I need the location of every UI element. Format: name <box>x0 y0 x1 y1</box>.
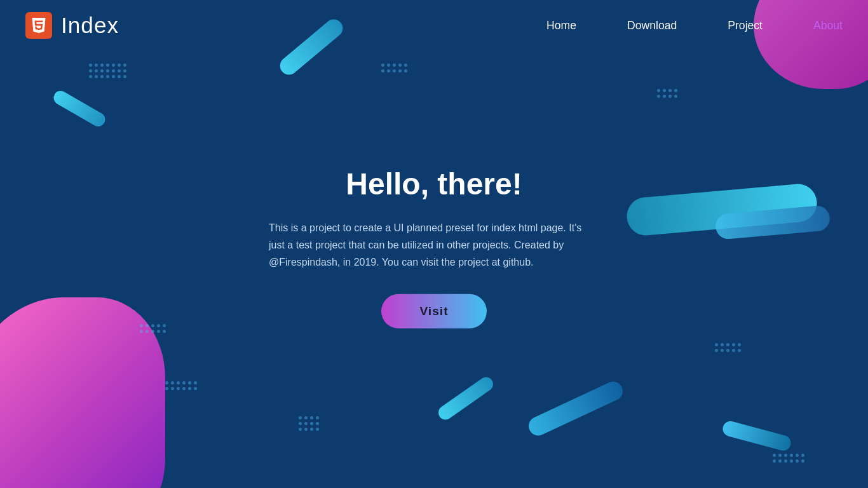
dot-group-mid-left-2 <box>165 381 197 390</box>
site-title: Index <box>61 13 119 38</box>
logo-area: Index <box>25 12 119 39</box>
nav-item-download[interactable]: Download <box>627 19 677 32</box>
nav-link-download[interactable]: Download <box>627 19 677 32</box>
dot-group-bottom-right <box>773 454 804 463</box>
dot-group-top-right <box>657 89 677 98</box>
visit-button[interactable]: Visit <box>381 294 486 328</box>
hero-title: Hello, there! <box>269 166 599 201</box>
nav-item-home[interactable]: Home <box>546 19 576 32</box>
html5-icon <box>25 12 52 39</box>
decorative-pill-2 <box>51 88 108 129</box>
dot-group-right-mid <box>715 343 741 352</box>
nav-link-project[interactable]: Project <box>728 19 763 32</box>
nav-item-about[interactable]: About <box>813 19 843 32</box>
decorative-pill-6 <box>526 379 626 439</box>
decorative-pill-5 <box>436 374 496 422</box>
hero-description: This is a project to create a UI planned… <box>269 219 599 271</box>
decorative-pill-3 <box>625 182 818 237</box>
nav-item-project[interactable]: Project <box>728 19 763 32</box>
dot-group-mid-left <box>140 324 166 333</box>
dot-group-left-top <box>89 64 126 78</box>
bg-blob-bottom-left <box>0 297 165 488</box>
nav-links: Home Download Project About <box>546 19 843 32</box>
dot-group-top-center <box>381 64 407 72</box>
decorative-pill-7 <box>721 419 792 452</box>
navbar: Index Home Download Project About <box>0 0 868 51</box>
decorative-pill-4 <box>715 205 831 240</box>
nav-link-home[interactable]: Home <box>546 19 576 32</box>
dot-group-bottom-center <box>299 416 319 431</box>
hero-section: Hello, there! This is a project to creat… <box>269 166 599 329</box>
nav-link-about[interactable]: About <box>813 19 843 32</box>
